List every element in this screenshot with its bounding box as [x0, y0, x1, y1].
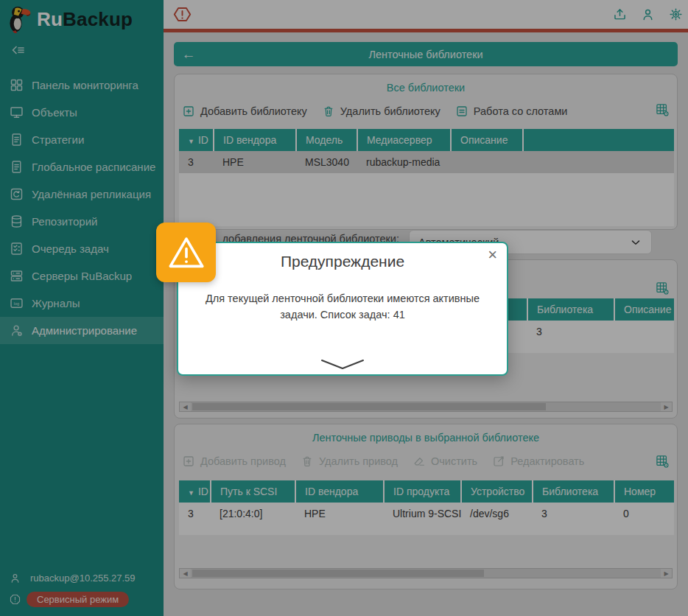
close-icon[interactable]: ×: [488, 247, 497, 263]
dialog-message: Для текущей ленточной библиотеки имеются…: [199, 290, 486, 323]
warning-dialog: Предупреждение × Для текущей ленточной б…: [177, 242, 508, 376]
expand-chevron-icon[interactable]: [178, 358, 507, 371]
dialog-title: Предупреждение: [178, 253, 507, 270]
warning-triangle-icon: [156, 223, 216, 282]
app-root: RuBackup Панель мониторинга Объекты Стра…: [0, 0, 688, 616]
